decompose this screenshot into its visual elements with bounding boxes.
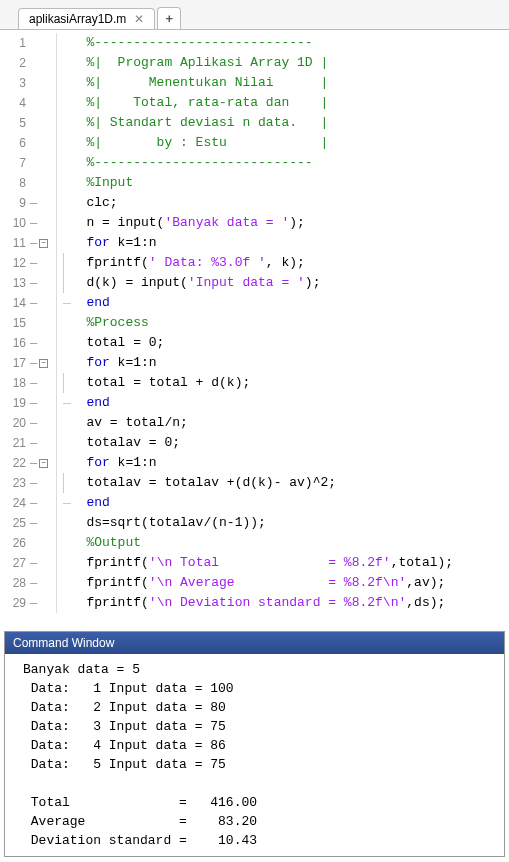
code-text[interactable]: %----------------------------	[56, 153, 509, 173]
code-token: fprintf(	[63, 555, 149, 570]
fold-guide-icon	[63, 373, 64, 393]
gutter: –	[30, 393, 56, 413]
code-line[interactable]: 11–− for k=1:n	[0, 233, 509, 253]
code-token: ,ds);	[406, 595, 445, 610]
code-line[interactable]: 7 %----------------------------	[0, 153, 509, 173]
code-text[interactable]: n = input('Banyak data = ');	[56, 213, 509, 233]
code-text[interactable]: for k=1:n	[56, 453, 509, 473]
code-token: fprintf(	[63, 595, 149, 610]
code-text[interactable]: %----------------------------	[56, 33, 509, 53]
fold-icon[interactable]: −	[39, 239, 48, 248]
section-dash-icon: –	[30, 513, 37, 533]
code-text[interactable]: %| Standart deviasi n data. |	[56, 113, 509, 133]
gutter: –	[30, 513, 56, 533]
line-number: 12	[0, 253, 30, 273]
code-text[interactable]: av = total/n;	[56, 413, 509, 433]
code-line[interactable]: 10– n = input('Banyak data = ');	[0, 213, 509, 233]
code-line[interactable]: 1 %----------------------------	[0, 33, 509, 53]
code-text[interactable]: end	[56, 293, 509, 313]
add-tab-button[interactable]: +	[157, 7, 181, 29]
code-line[interactable]: 19– end	[0, 393, 509, 413]
code-text[interactable]: for k=1:n	[56, 353, 509, 373]
code-line[interactable]: 3 %| Menentukan Nilai |	[0, 73, 509, 93]
code-text[interactable]: %| Program Aplikasi Array 1D |	[56, 53, 509, 73]
gutter: –	[30, 253, 56, 273]
code-text[interactable]: end	[56, 393, 509, 413]
code-token: totalav = 0;	[63, 435, 180, 450]
code-line[interactable]: 18– total = total + d(k);	[0, 373, 509, 393]
code-line[interactable]: 28– fprintf('\n Average = %8.2f\n',av);	[0, 573, 509, 593]
code-token: k=1:n	[110, 455, 157, 470]
code-line[interactable]: 5 %| Standart deviasi n data. |	[0, 113, 509, 133]
code-text[interactable]: %| Menentukan Nilai |	[56, 73, 509, 93]
code-line[interactable]: 9– clc;	[0, 193, 509, 213]
line-number: 26	[0, 533, 30, 553]
code-text[interactable]: end	[56, 493, 509, 513]
code-text[interactable]: total = 0;	[56, 333, 509, 353]
code-line[interactable]: 4 %| Total, rata-rata dan |	[0, 93, 509, 113]
code-token: d(k) = input(	[63, 275, 188, 290]
code-line[interactable]: 21– totalav = 0;	[0, 433, 509, 453]
close-icon[interactable]: ✕	[134, 12, 144, 26]
code-text[interactable]: totalav = totalav +(d(k)- av)^2;	[56, 473, 509, 493]
line-number: 5	[0, 113, 30, 133]
code-line[interactable]: 14– end	[0, 293, 509, 313]
fold-end-guide-icon	[63, 403, 71, 404]
code-line[interactable]: 27– fprintf('\n Total = %8.2f',total);	[0, 553, 509, 573]
section-dash-icon: –	[30, 493, 37, 513]
code-text[interactable]: for k=1:n	[56, 233, 509, 253]
fold-icon[interactable]: −	[39, 359, 48, 368]
line-number: 7	[0, 153, 30, 173]
code-token: %Process	[63, 315, 149, 330]
code-line[interactable]: 29– fprintf('\n Deviation standard = %8.…	[0, 593, 509, 613]
code-text[interactable]: %Input	[56, 173, 509, 193]
section-dash-icon: –	[30, 353, 37, 373]
code-line[interactable]: 26 %Output	[0, 533, 509, 553]
code-token: );	[305, 275, 321, 290]
section-dash-icon: –	[30, 393, 37, 413]
code-text[interactable]: %Output	[56, 533, 509, 553]
code-text[interactable]: clc;	[56, 193, 509, 213]
code-text[interactable]: %Process	[56, 313, 509, 333]
section-dash-icon: –	[30, 433, 37, 453]
gutter: –	[30, 213, 56, 233]
code-token: );	[289, 215, 305, 230]
line-number: 28	[0, 573, 30, 593]
code-line[interactable]: 6 %| by : Estu |	[0, 133, 509, 153]
code-token: %Output	[63, 535, 141, 550]
code-text[interactable]: %| Total, rata-rata dan |	[56, 93, 509, 113]
code-line[interactable]: 13– d(k) = input('Input data = ');	[0, 273, 509, 293]
code-text[interactable]: ds=sqrt(totalav/(n-1));	[56, 513, 509, 533]
gutter: –	[30, 433, 56, 453]
code-line[interactable]: 2 %| Program Aplikasi Array 1D |	[0, 53, 509, 73]
fold-icon[interactable]: −	[39, 459, 48, 468]
file-tab[interactable]: aplikasiArray1D.m ✕	[18, 8, 155, 29]
gutter: –	[30, 553, 56, 573]
code-text[interactable]: %| by : Estu |	[56, 133, 509, 153]
code-line[interactable]: 17–− for k=1:n	[0, 353, 509, 373]
code-text[interactable]: total = total + d(k);	[56, 373, 509, 393]
code-line[interactable]: 24– end	[0, 493, 509, 513]
tab-title: aplikasiArray1D.m	[29, 12, 126, 26]
code-line[interactable]: 12– fprintf(' Data: %3.0f ', k);	[0, 253, 509, 273]
code-text[interactable]: fprintf(' Data: %3.0f ', k);	[56, 253, 509, 273]
gutter: –	[30, 193, 56, 213]
code-line[interactable]: 25– ds=sqrt(totalav/(n-1));	[0, 513, 509, 533]
code-line[interactable]: 22–− for k=1:n	[0, 453, 509, 473]
code-token: clc;	[63, 195, 118, 210]
code-line[interactable]: 8 %Input	[0, 173, 509, 193]
code-line[interactable]: 15 %Process	[0, 313, 509, 333]
code-token: %----------------------------	[63, 155, 313, 170]
code-line[interactable]: 23– totalav = totalav +(d(k)- av)^2;	[0, 473, 509, 493]
gutter: –−	[30, 353, 56, 373]
code-text[interactable]: totalav = 0;	[56, 433, 509, 453]
code-line[interactable]: 20– av = total/n;	[0, 413, 509, 433]
code-text[interactable]: fprintf('\n Average = %8.2f\n',av);	[56, 573, 509, 593]
code-text[interactable]: fprintf('\n Total = %8.2f',total);	[56, 553, 509, 573]
code-editor[interactable]: 1 %----------------------------2 %| Prog…	[0, 30, 509, 619]
code-text[interactable]: fprintf('\n Deviation standard = %8.2f\n…	[56, 593, 509, 613]
code-line[interactable]: 16– total = 0;	[0, 333, 509, 353]
code-text[interactable]: d(k) = input('Input data = ');	[56, 273, 509, 293]
code-token: k=1:n	[110, 355, 157, 370]
tab-bar: aplikasiArray1D.m ✕ +	[0, 0, 509, 30]
